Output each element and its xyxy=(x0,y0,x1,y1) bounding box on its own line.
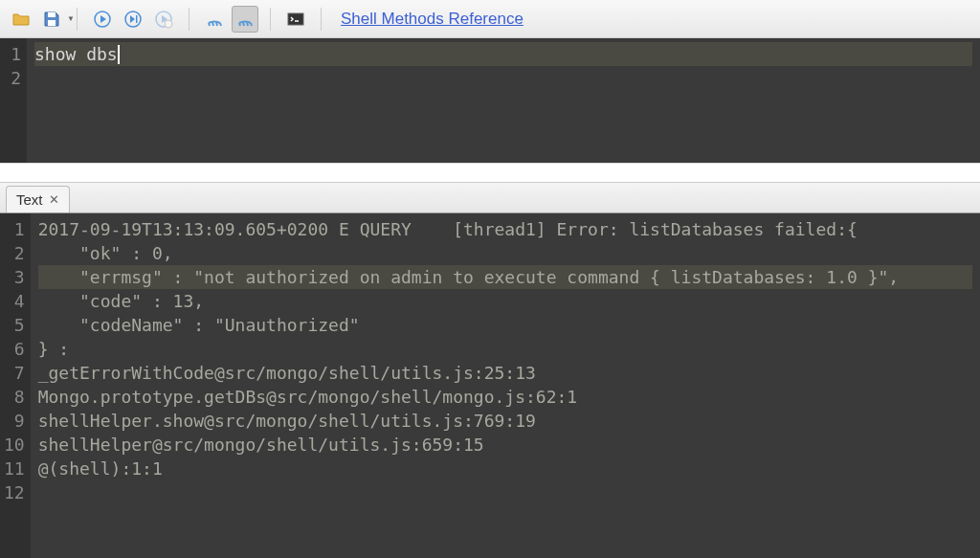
line-number: 1 xyxy=(4,217,25,241)
line-number: 9 xyxy=(4,409,25,433)
line-number: 5 xyxy=(4,313,25,337)
editor-line xyxy=(34,66,972,90)
output-gutter: 123456789101112 xyxy=(0,213,31,558)
play-step-icon xyxy=(123,10,143,29)
tab-label: Text xyxy=(16,191,43,208)
line-number: 4 xyxy=(4,289,25,313)
editor-text: show dbs xyxy=(34,44,118,64)
svg-rect-4 xyxy=(136,15,138,23)
svg-rect-1 xyxy=(48,20,56,26)
output-line: "errmsg" : "not authorized on admin to e… xyxy=(38,265,972,289)
output-line: @(shell):1:1 xyxy=(38,457,972,480)
output-line xyxy=(38,480,972,504)
line-number: 2 xyxy=(4,66,21,90)
execute-group xyxy=(89,6,177,33)
output-pane: 123456789101112 2017-09-19T13:13:09.605+… xyxy=(0,212,980,558)
folder-icon xyxy=(11,10,31,29)
clear-group xyxy=(201,6,258,33)
clear-input-button[interactable] xyxy=(201,6,228,33)
line-number: 3 xyxy=(4,265,25,289)
editor-pane: 1 2 show dbs xyxy=(0,38,980,163)
broom-active-icon xyxy=(235,10,255,29)
run-button[interactable] xyxy=(89,6,116,33)
line-number: 7 xyxy=(4,361,25,385)
line-number: 12 xyxy=(4,480,25,504)
shell-reference-link[interactable]: Shell Methods Reference xyxy=(341,10,523,29)
output-line: Mongo.prototype.getDBs@src/mongo/shell/m… xyxy=(38,385,972,409)
line-number: 8 xyxy=(4,385,25,409)
output-line: } : xyxy=(38,337,972,361)
line-number: 2 xyxy=(4,241,25,265)
output-line: "codeName" : "Unauthorized" xyxy=(38,313,972,337)
floppy-disk-icon xyxy=(42,10,61,29)
file-group: ▼ xyxy=(8,6,65,33)
run-scheduled-button xyxy=(150,6,177,33)
svg-rect-0 xyxy=(48,12,56,17)
output-line: "code" : 13, xyxy=(38,289,972,313)
chevron-down-icon[interactable]: ▼ xyxy=(67,14,75,23)
save-button[interactable]: ▼ xyxy=(38,6,65,33)
output-line: "ok" : 0, xyxy=(38,241,972,265)
terminal-button[interactable] xyxy=(282,6,309,33)
editor-gutter: 1 2 xyxy=(0,38,27,163)
broom-icon xyxy=(205,10,224,29)
line-number: 11 xyxy=(4,457,25,480)
separator xyxy=(77,8,78,31)
editor-content[interactable]: show dbs xyxy=(27,38,980,163)
output-line: _getErrorWithCode@src/mongo/shell/utils.… xyxy=(38,361,972,385)
output-line: 2017-09-19T13:13:09.605+0200 E QUERY [th… xyxy=(38,217,972,241)
editor-line: show dbs xyxy=(34,42,972,66)
separator xyxy=(321,8,322,31)
clear-output-button[interactable] xyxy=(232,6,258,33)
play-clock-icon xyxy=(154,10,173,29)
open-file-button[interactable] xyxy=(8,6,34,33)
line-number: 6 xyxy=(4,337,25,361)
play-circle-icon xyxy=(93,10,112,29)
run-step-button[interactable] xyxy=(120,6,146,33)
close-icon[interactable]: ✕ xyxy=(49,192,59,207)
toolbar: ▼ Shell Methods Reference xyxy=(0,0,980,38)
tab-text[interactable]: Text ✕ xyxy=(6,186,70,212)
separator xyxy=(270,8,271,31)
svg-point-6 xyxy=(165,20,172,28)
separator xyxy=(189,8,189,31)
output-content[interactable]: 2017-09-19T13:13:09.605+0200 E QUERY [th… xyxy=(31,213,980,558)
output-line: shellHelper.show@src/mongo/shell/utils.j… xyxy=(38,409,972,433)
text-cursor xyxy=(118,45,120,64)
terminal-icon xyxy=(286,10,305,29)
line-number: 10 xyxy=(4,433,25,457)
output-line: shellHelper@src/mongo/shell/utils.js:659… xyxy=(38,433,972,457)
line-number: 1 xyxy=(4,42,21,66)
svg-rect-7 xyxy=(288,13,303,25)
output-tabbar: Text ✕ xyxy=(0,182,980,212)
pane-divider[interactable] xyxy=(0,163,980,182)
